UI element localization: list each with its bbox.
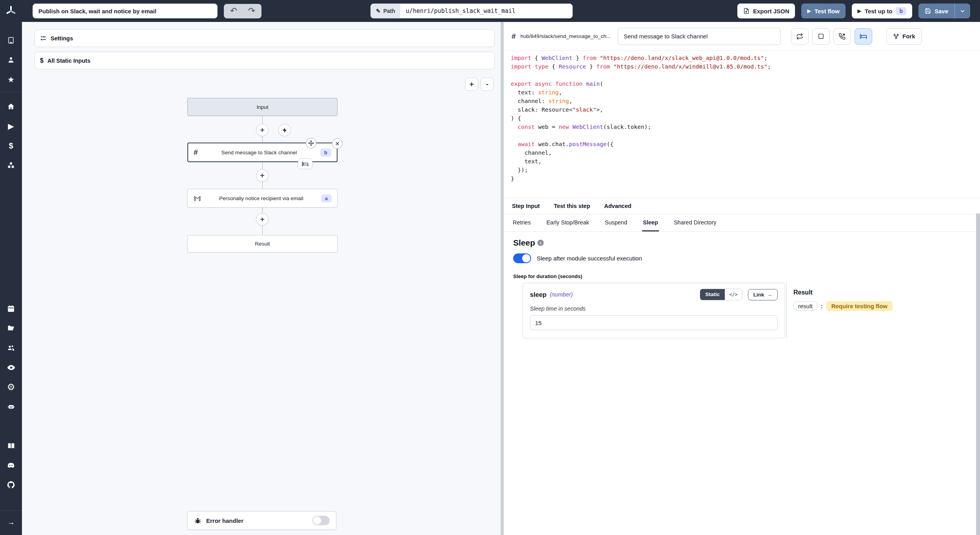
- redo-button[interactable]: ↷: [243, 5, 261, 18]
- repeat-icon: [796, 33, 803, 40]
- test-up-to-button[interactable]: ▶ Test up to b: [852, 4, 912, 18]
- undo-button[interactable]: ↶: [225, 5, 243, 18]
- sliders-icon: [40, 35, 47, 42]
- sleep-toggle-label: Sleep after module successful execution: [537, 255, 642, 262]
- code-area[interactable]: import { WebClient } from "https://deno.…: [504, 51, 980, 198]
- tab-advanced[interactable]: Advanced: [604, 203, 631, 209]
- sleep-enabled-toggle[interactable]: [513, 253, 531, 263]
- sidebar-item-docs[interactable]: [0, 437, 22, 454]
- sidebar-item-schedules[interactable]: [0, 300, 22, 317]
- windmill-logo[interactable]: [0, 0, 22, 22]
- play-icon: ▶: [8, 122, 14, 130]
- toggle-knob: [522, 254, 530, 262]
- sidebar-item-groups[interactable]: [0, 340, 22, 356]
- panel-splitter[interactable]: [501, 22, 504, 535]
- git-fork-icon: [893, 33, 899, 40]
- flow-node-input[interactable]: Input: [187, 98, 338, 116]
- code-line: import { WebClient } from "https://deno.…: [511, 55, 973, 63]
- retries-button[interactable]: [791, 28, 809, 45]
- github-icon: [7, 481, 15, 489]
- subtab-suspend[interactable]: Suspend: [604, 214, 628, 231]
- advanced-subtabs: Retries Early Stop/Break Suspend Sleep S…: [504, 214, 980, 232]
- save-button[interactable]: Save: [918, 4, 955, 18]
- code-mode-button[interactable]: </>: [725, 289, 742, 300]
- settings-label: Settings: [51, 35, 73, 42]
- sidebar-divider: [0, 510, 22, 511]
- sidebar: ★ ▶ $: [0, 22, 22, 535]
- value-mode-segmented-control: Static </>: [700, 289, 742, 300]
- tab-step-input[interactable]: Step Input: [512, 203, 540, 209]
- path-label-segment[interactable]: ✎ Path: [371, 4, 400, 18]
- flow-node-result[interactable]: Result: [187, 235, 338, 253]
- sidebar-item-runs[interactable]: ▶: [0, 118, 22, 134]
- sidebar-item-user[interactable]: [0, 52, 22, 68]
- slack-step-id-badge: b: [320, 148, 331, 157]
- flow-settings-bar[interactable]: Settings: [34, 29, 495, 47]
- test-flow-label: Test flow: [815, 8, 840, 14]
- lightning-icon: [282, 127, 288, 133]
- sidebar-item-resources[interactable]: [0, 157, 22, 174]
- save-split-button: Save: [918, 4, 970, 18]
- add-step-button[interactable]: +: [256, 124, 269, 136]
- sleep-duration-label: Sleep for duration (seconds): [513, 273, 971, 279]
- add-step-button[interactable]: +: [256, 169, 269, 182]
- sidebar-item-variables[interactable]: $: [0, 137, 22, 154]
- sleep-seconds-input[interactable]: [530, 315, 778, 330]
- zoom-in-button[interactable]: +: [465, 78, 478, 91]
- fork-button[interactable]: Fork: [886, 28, 922, 45]
- flow-node-email-step[interactable]: Personally notice recipient via email a: [187, 189, 338, 208]
- slack-step-label: Send message to Slack channel: [203, 150, 316, 155]
- sidebar-item-settings[interactable]: ⚙: [0, 379, 22, 395]
- subtab-retries[interactable]: Retries: [512, 214, 532, 231]
- step-tabs: Step Input Test this step Advanced: [504, 198, 980, 214]
- delete-step-button[interactable]: ✕: [332, 138, 343, 149]
- subtab-early-stop[interactable]: Early Stop/Break: [546, 214, 590, 231]
- add-step-button[interactable]: +: [256, 213, 269, 226]
- save-dropdown-button[interactable]: [955, 4, 970, 18]
- suspend-button[interactable]: [833, 28, 851, 45]
- static-mode-button[interactable]: Static: [700, 289, 725, 300]
- plus-icon: +: [260, 215, 264, 224]
- early-stop-button[interactable]: [812, 28, 830, 45]
- code-line: const web = new WebClient(slack.token);: [511, 124, 973, 132]
- move-step-button[interactable]: [306, 138, 316, 148]
- step-name-input[interactable]: [618, 28, 781, 45]
- flow-node-error-handler[interactable]: Error handler: [187, 511, 336, 530]
- zoom-out-button[interactable]: -: [481, 78, 494, 91]
- result-value-badge[interactable]: Require testing flow: [826, 301, 893, 311]
- code-line: channel: string,: [511, 98, 973, 107]
- subtab-shared-directory[interactable]: Shared Directory: [673, 214, 717, 231]
- code-line: slack: Resource<"slack">,: [511, 107, 973, 115]
- move-icon: [308, 140, 314, 146]
- info-icon[interactable]: i: [537, 240, 544, 246]
- sidebar-item-audit[interactable]: [0, 359, 22, 376]
- sidebar-collapse-button[interactable]: →: [0, 514, 22, 530]
- bed-icon: [302, 161, 309, 167]
- scrollbar[interactable]: [976, 213, 980, 535]
- sidebar-item-favorites[interactable]: ★: [0, 71, 22, 88]
- bug-icon: [194, 517, 201, 524]
- code-line: import type { Resource } from "https://d…: [511, 63, 973, 72]
- test-flow-button[interactable]: ▶ Test flow: [801, 4, 845, 18]
- error-handler-toggle[interactable]: [312, 516, 330, 525]
- export-json-button[interactable]: Export JSON: [737, 4, 795, 18]
- sidebar-item-workspace[interactable]: [0, 32, 22, 49]
- topbar-actions: Export JSON ▶ Test flow ▶ Test up to b S…: [737, 4, 970, 18]
- link-button[interactable]: Link →: [748, 289, 778, 300]
- sleep-button[interactable]: [855, 28, 872, 45]
- step-sleep-indicator[interactable]: [298, 158, 312, 169]
- add-trigger-button[interactable]: [278, 124, 291, 136]
- sidebar-item-workers[interactable]: [0, 398, 22, 415]
- subtab-sleep[interactable]: Sleep: [642, 214, 659, 231]
- tab-test-this-step[interactable]: Test this step: [554, 203, 590, 209]
- sidebar-item-folders[interactable]: [0, 320, 22, 336]
- sidebar-item-github[interactable]: [0, 477, 22, 493]
- flow-title-input[interactable]: [33, 4, 218, 18]
- code-line: await web.chat.postMessage({: [511, 141, 973, 150]
- sidebar-item-discord[interactable]: [0, 457, 22, 474]
- sidebar-item-home[interactable]: [0, 98, 22, 115]
- robot-icon: [7, 403, 15, 411]
- phone-incoming-icon: [838, 33, 846, 40]
- path-group[interactable]: ✎ Path u/henri/publish_slack_wait_mail: [370, 4, 573, 18]
- flow-static-inputs-bar[interactable]: $ All Static Inputs: [34, 52, 495, 69]
